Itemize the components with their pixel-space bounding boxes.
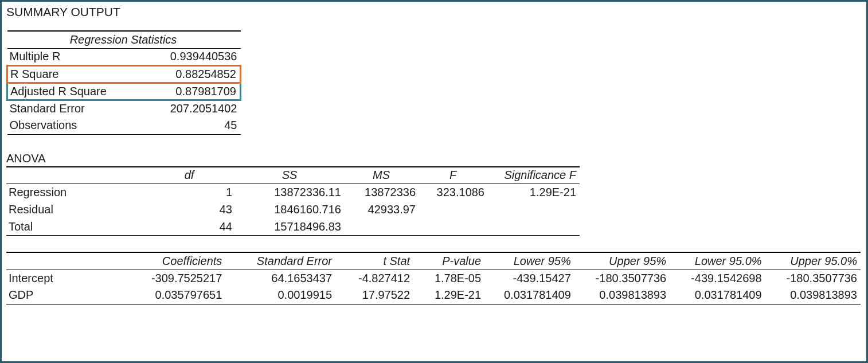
r-square-row: R Square 0.88254852 [7, 65, 241, 83]
stat-value: 0.88254852 [144, 65, 241, 83]
coef-cell: 0.0019915 [225, 287, 335, 304]
anova-cell: 1.29E-21 [488, 184, 580, 201]
coef-header: Lower 95% [484, 252, 574, 270]
coef-cell: 0.031781409 [670, 287, 765, 304]
coef-cell: -309.7525217 [130, 270, 225, 287]
anova-table: df SS MS F Significance F Regression 1 1… [6, 166, 580, 236]
anova-cell: 1 [144, 184, 236, 201]
stat-value: 0.87981709 [144, 83, 241, 100]
coef-cell: 0.039813893 [574, 287, 670, 304]
adjusted-r-square-row: Adjusted R Square 0.87981709 [7, 83, 241, 100]
anova-cell [488, 218, 580, 236]
table-row: Multiple R 0.939440536 [7, 48, 241, 65]
anova-row-label: Regression [6, 184, 144, 201]
table-row: Observations 45 [7, 117, 241, 134]
anova-cell [345, 218, 419, 236]
coef-cell: -180.3507736 [765, 270, 861, 287]
stat-label: Adjusted R Square [7, 83, 144, 100]
coef-row-label: Intercept [6, 270, 130, 287]
anova-row-label: Residual [6, 201, 144, 218]
coef-cell: 0.035797651 [130, 287, 225, 304]
anova-cell: 44 [144, 218, 236, 236]
summary-output-title: SUMMARY OUTPUT [6, 4, 862, 20]
stat-label: Multiple R [7, 48, 144, 65]
coef-header: Upper 95.0% [765, 252, 861, 270]
coef-cell: 0.039813893 [765, 287, 861, 304]
coef-cell: 17.97522 [335, 287, 413, 304]
coef-cell: -4.827412 [335, 270, 413, 287]
table-row: Residual 43 1846160.716 42933.97 [6, 201, 580, 218]
stat-label: Standard Error [7, 100, 144, 117]
table-row: Total 44 15718496.83 [6, 218, 580, 236]
coef-cell: -180.3507736 [574, 270, 670, 287]
coef-row-label: GDP [6, 287, 130, 304]
anova-header-sigf: Significance F [488, 167, 580, 184]
anova-cell: 323.1086 [419, 184, 488, 201]
coef-header: Lower 95.0% [670, 252, 765, 270]
coef-cell: 64.1653437 [225, 270, 335, 287]
coef-header: t Stat [335, 252, 413, 270]
coef-cell: 1.78E-05 [413, 270, 484, 287]
table-row: Standard Error 207.2051402 [7, 100, 241, 117]
stat-value: 0.939440536 [144, 48, 241, 65]
stat-label: R Square [7, 65, 144, 83]
anova-cell: 13872336 [345, 184, 419, 201]
coef-cell: 1.29E-21 [413, 287, 484, 304]
anova-cell [488, 201, 580, 218]
table-row: GDP 0.035797651 0.0019915 17.97522 1.29E… [6, 287, 861, 304]
regression-statistics-table: Regression Statistics Multiple R 0.93944… [6, 30, 241, 135]
anova-header-ss: SS [236, 167, 345, 184]
coef-header: Coefficients [130, 252, 225, 270]
anova-cell: 1846160.716 [236, 201, 345, 218]
anova-cell: 42933.97 [345, 201, 419, 218]
table-row: Regression 1 13872336.11 13872336 323.10… [6, 184, 580, 201]
stat-value: 207.2051402 [144, 100, 241, 117]
coef-header: P-value [413, 252, 484, 270]
coef-cell: 0.031781409 [484, 287, 574, 304]
anova-cell [419, 218, 488, 236]
anova-title: ANOVA [6, 151, 862, 166]
stat-value: 45 [144, 117, 241, 134]
regression-statistics-header: Regression Statistics [7, 31, 241, 48]
anova-header-df: df [144, 167, 236, 184]
coef-cell: -439.1542698 [670, 270, 765, 287]
anova-cell [419, 201, 488, 218]
coefficients-table: Coefficients Standard Error t Stat P-val… [6, 252, 861, 305]
coef-header: Standard Error [225, 252, 335, 270]
anova-cell: 43 [144, 201, 236, 218]
anova-cell: 13872336.11 [236, 184, 345, 201]
anova-header-f: F [419, 167, 488, 184]
table-row: Intercept -309.7525217 64.1653437 -4.827… [6, 270, 861, 287]
stat-label: Observations [7, 117, 144, 134]
anova-cell: 15718496.83 [236, 218, 345, 236]
anova-header-ms: MS [345, 167, 419, 184]
coef-cell: -439.15427 [484, 270, 574, 287]
anova-row-label: Total [6, 218, 144, 236]
coef-header: Upper 95% [574, 252, 670, 270]
